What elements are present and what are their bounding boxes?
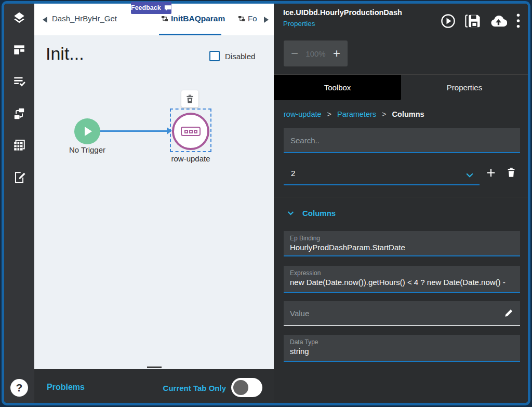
help-icon[interactable]: ? [10,379,28,397]
left-sidebar: ? [4,4,34,403]
section-chevron-down-icon [286,209,295,218]
disabled-checkbox[interactable] [209,51,220,61]
search-input[interactable] [284,128,520,152]
section-title: Columns [302,209,336,218]
field-label: Ep Binding [290,235,514,242]
trigger-node[interactable] [74,118,100,144]
breadcrumb-separator: > [382,110,386,118]
node-label: row-update [165,154,217,163]
app-root: ? Dash_HrByHr_Get InitBAQparam Fo Init..… [0,0,532,407]
panel-divider [274,197,528,197]
problems-bar: Problems Current Tab Only [34,369,274,403]
layers-icon[interactable] [12,11,26,24]
expression-field[interactable]: Expression new Date(Date.now()).getHours… [284,266,520,293]
disabled-label: Disabled [225,52,255,61]
event-flow-icon[interactable] [12,107,26,120]
zoom-control: − 100% + [284,40,348,66]
delete-node-button[interactable] [181,90,198,107]
row-selector-underline [284,184,480,185]
trash-x-icon [184,93,195,104]
field-label: Expression [290,269,514,277]
current-tab-only-label: Current Tab Only [163,384,226,392]
disabled-control: Disabled [209,51,255,61]
flow-tab-icon [238,15,245,22]
flow-tab-icon [161,15,168,22]
problems-link[interactable]: Problems [47,383,85,392]
cloud-upload-icon[interactable] [490,14,507,28]
app-subtitle-link[interactable]: Properties [283,20,315,28]
tab-label: Dash_HrByHr_Get [52,14,117,23]
data-type-field[interactable]: Data Type string [284,335,520,362]
columns-section-header[interactable]: Columns [286,209,336,218]
preview-play-icon[interactable] [441,13,456,29]
zoom-level: 100% [305,49,325,58]
delete-row-icon[interactable] [506,166,517,179]
trigger-label: No Trigger [61,145,113,154]
kebab-menu-icon[interactable] [516,13,521,29]
zoom-out-icon[interactable]: − [291,46,298,61]
add-row-icon[interactable] [485,167,497,179]
value-field[interactable]: Value [284,301,520,326]
field-label: Data Type [290,338,514,346]
feedback-label: Feedback [131,4,161,11]
tab-dash-hrbyhr-get[interactable]: Dash_HrByHr_Get [52,14,119,23]
field-value: new Date(Date.now()).getHours() < 4 ? ne… [290,278,514,287]
properties-panel: Ice.UIDbd.HourlyProductionDash Propertie… [274,4,528,403]
ep-binding-field[interactable]: Ep Binding HourlyProdDashParam.StartDate [284,231,520,256]
breadcrumb-separator: > [327,110,331,118]
tab-scroll-right-icon[interactable] [264,17,269,23]
page-layout-icon[interactable] [12,43,26,57]
toggle-knob [233,380,248,395]
header-toolbar [441,13,521,29]
checklist-icon[interactable] [12,75,26,88]
breadcrumb-parameters[interactable]: Parameters [337,110,376,118]
field-value: string [290,347,514,356]
row-selector-value: 2 [291,169,295,178]
play-icon [85,127,92,136]
field-placeholder: Value [290,309,503,318]
grid-sheet-icon[interactable] [12,139,26,152]
app-title: Ice.UIDbd.HourlyProductionDash [283,8,402,17]
flow-canvas[interactable]: Init... Disabled No Trigger [34,35,274,369]
panel-tabs: Toolbox Properties [274,74,528,100]
breadcrumb-columns: Columns [392,110,424,118]
row-update-node[interactable] [172,113,209,150]
speech-bubble-icon [164,5,171,11]
tab-properties[interactable]: Properties [401,75,528,100]
search-field [284,128,520,153]
tab-label: InitBAQparam [171,14,225,23]
tab-toolbox[interactable]: Toolbox [274,75,401,100]
tab-fo[interactable]: Fo [238,14,257,23]
tab-scroll-left-icon[interactable] [43,17,47,23]
row-icon [181,127,201,136]
tab-label: Fo [248,14,257,23]
current-tab-only-toggle[interactable] [231,378,262,397]
edit-pencil-icon[interactable] [503,308,514,318]
feedback-button[interactable]: Feedback [131,2,171,14]
chevron-down-icon[interactable] [464,170,475,180]
breadcrumb: row-update > Parameters > Columns [284,110,424,118]
save-icon[interactable] [464,13,481,29]
field-value: HourlyProdDashParam.StartDate [290,243,514,252]
canvas-title: Init... [46,44,84,64]
tab-initbaqparam[interactable]: InitBAQparam [161,14,225,23]
connector-line [100,130,167,132]
app-window: ? Dash_HrByHr_Get InitBAQparam Fo Init..… [2,1,530,405]
zoom-in-icon[interactable]: + [333,46,340,61]
edit-document-icon[interactable] [12,171,26,184]
breadcrumb-row-update[interactable]: row-update [284,110,322,118]
canvas-resize-handle[interactable] [147,367,162,368]
